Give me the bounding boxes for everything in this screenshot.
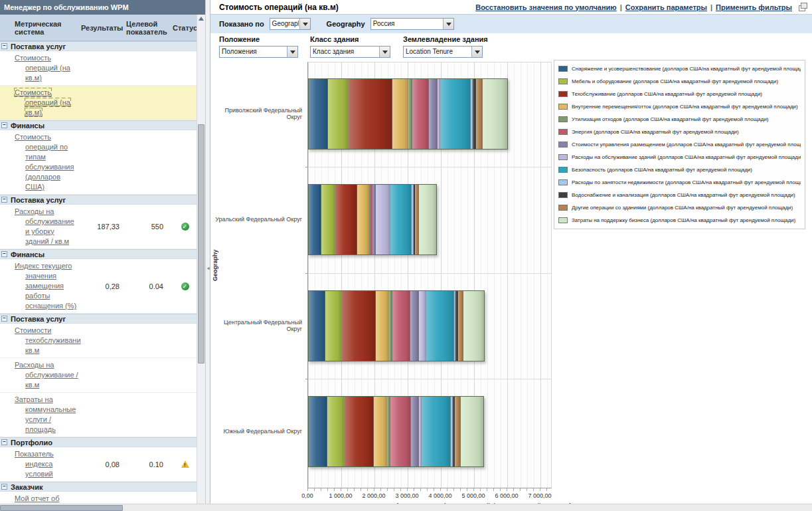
chevron-down-icon[interactable]: [471, 47, 482, 57]
collapse-minus-icon[interactable]: −: [1, 197, 7, 203]
location-select[interactable]: Положения: [219, 46, 298, 58]
chevron-down-icon[interactable]: [379, 47, 390, 57]
bar-segment[interactable]: [429, 79, 438, 149]
bar-segment[interactable]: [374, 397, 387, 466]
bar-segment[interactable]: [309, 397, 327, 466]
bar-segment[interactable]: [410, 291, 418, 361]
metric-name-cell: Расходы на обслуживание и уборку зданий …: [12, 205, 81, 249]
bar-segment[interactable]: [390, 397, 411, 466]
metric-link[interactable]: Стоимости техобслуживани кв.м: [15, 326, 81, 354]
bar-segment[interactable]: [342, 291, 376, 361]
metric-link[interactable]: Расходы на обслуживание / кв.м: [15, 361, 78, 389]
collapse-minus-icon[interactable]: −: [1, 43, 7, 49]
y-axis-tick: [305, 379, 308, 379]
bar-segment[interactable]: [461, 397, 483, 466]
stacked-bar[interactable]: [308, 396, 484, 467]
metric-link[interactable]: Расходы на обслуживание и уборку зданий …: [15, 207, 74, 245]
metric-link[interactable]: Мой отчет об исследовании удовлетворенно…: [15, 494, 80, 504]
metric-link[interactable]: Стоимость операций (на кв.м): [15, 88, 70, 116]
metric-name-cell: Стоимость операций (на кв.м): [12, 51, 81, 85]
bar-segment[interactable]: [476, 79, 483, 149]
metric-group-label: Поставка услуг: [11, 315, 66, 323]
report-main-panel: Стоимость операций (на кв.м) Восстановит…: [210, 0, 812, 504]
bar-segment[interactable]: [411, 397, 419, 466]
category-label: Приволжский Федеральный Округ: [210, 107, 302, 120]
bar-segment[interactable]: [463, 291, 483, 361]
sidebar-vertical-scrollbar[interactable]: [197, 15, 205, 504]
bar-segment[interactable]: [455, 397, 461, 466]
sidebar-title: Менеджер по обслуживанию WPM: [0, 0, 205, 15]
open-in-window-icon[interactable]: [799, 3, 807, 11]
legend-swatch: [558, 66, 568, 72]
legend-label: Энергия (долларов США/на квадратный фут …: [572, 129, 739, 135]
chevron-down-icon[interactable]: [443, 19, 453, 29]
bar-segment[interactable]: [392, 291, 410, 361]
metric-link[interactable]: Затраты на коммунальные услуги / площадь: [15, 395, 76, 433]
bar-segment[interactable]: [419, 291, 426, 361]
bar-segment[interactable]: [321, 185, 335, 255]
sidebar-scrollbar-thumb[interactable]: [198, 124, 204, 363]
bar-segment[interactable]: [483, 79, 507, 149]
bar-segment[interactable]: [309, 79, 328, 149]
legend-swatch: [558, 179, 568, 185]
bar-segment[interactable]: [458, 291, 463, 361]
metric-link[interactable]: Индекс текущего значения замещения работ…: [15, 262, 76, 310]
collapse-minus-icon[interactable]: −: [1, 251, 7, 257]
bar-segment[interactable]: [309, 185, 321, 255]
bar-segment[interactable]: [376, 291, 388, 361]
collapse-sidebar-icon[interactable]: ◄: [206, 266, 210, 270]
bar-segment[interactable]: [392, 79, 408, 149]
collapse-minus-icon[interactable]: −: [1, 439, 7, 445]
collapse-minus-icon[interactable]: −: [1, 316, 7, 322]
scroll-up-arrow-icon[interactable]: [199, 17, 204, 21]
panel-splitter[interactable]: ◄: [206, 0, 210, 504]
save-parameters-link[interactable]: Сохранить параметры: [625, 3, 707, 11]
building-class-select[interactable]: Класс здания: [310, 46, 390, 58]
chevron-down-icon[interactable]: [287, 47, 297, 57]
chevron-down-icon[interactable]: [299, 19, 310, 29]
apply-filters-link[interactable]: Применить фильтры: [716, 3, 792, 11]
bar-segment[interactable]: [426, 291, 454, 361]
shown-by-select[interactable]: Geography: [270, 18, 311, 30]
metric-link[interactable]: Стоимость операций по типам обслуживания…: [15, 133, 74, 191]
location-value: Положения: [220, 47, 286, 57]
horizontal-scrollbar-thumb[interactable]: [0, 505, 123, 511]
stacked-bar[interactable]: [308, 290, 485, 361]
bar-segment[interactable]: [422, 397, 451, 466]
metric-link[interactable]: Показатель индекса условий: [15, 450, 54, 478]
horizontal-scrollbar[interactable]: [0, 504, 812, 511]
collapse-minus-icon[interactable]: −: [1, 122, 7, 128]
legend-swatch: [558, 91, 568, 97]
tenure-select[interactable]: Location Tenure: [403, 46, 483, 58]
shown-by-label: Показано по: [219, 20, 264, 28]
metric-name-cell: Стоимости техобслуживани кв.м: [12, 324, 81, 358]
bar-segment[interactable]: [309, 291, 325, 361]
metric-link[interactable]: Стоимость операций (на кв.м): [15, 54, 70, 82]
metric-item-row: Затраты на коммунальные услуги / площадь: [0, 393, 197, 437]
header-metric-system: Метрическая система: [12, 20, 81, 36]
bar-segment[interactable]: [345, 397, 374, 466]
stacked-bar[interactable]: [308, 184, 437, 255]
bar-segment[interactable]: [327, 397, 345, 466]
bar-segment[interactable]: [376, 185, 390, 255]
target-value: [123, 324, 173, 358]
legend-swatch: [558, 192, 568, 198]
stacked-bar[interactable]: [308, 78, 508, 150]
bar-segment[interactable]: [349, 79, 392, 149]
bar-segment[interactable]: [357, 185, 368, 255]
bar-segment[interactable]: [325, 291, 342, 361]
bar-segment[interactable]: [390, 185, 412, 255]
bar-segment[interactable]: [335, 185, 358, 255]
chart-legend: Снаряжение и усовершенствование (долларо…: [554, 60, 805, 229]
legend-item: Снаряжение и усовершенствование (долларо…: [554, 62, 805, 75]
geography-select[interactable]: Россия: [370, 18, 454, 30]
bar-segment[interactable]: [419, 185, 436, 255]
bar-segment[interactable]: [440, 79, 471, 149]
bar-segment[interactable]: [412, 79, 429, 149]
bar-segment[interactable]: [328, 79, 349, 149]
collapse-minus-icon[interactable]: −: [1, 484, 7, 490]
result-value: [81, 130, 123, 194]
metric-group-label: Поставка услуг: [11, 196, 66, 204]
restore-defaults-link[interactable]: Восстановить значения по умолчанию: [475, 3, 617, 11]
legend-item: Расходы на обслуживание зданий (долларов…: [554, 151, 805, 163]
